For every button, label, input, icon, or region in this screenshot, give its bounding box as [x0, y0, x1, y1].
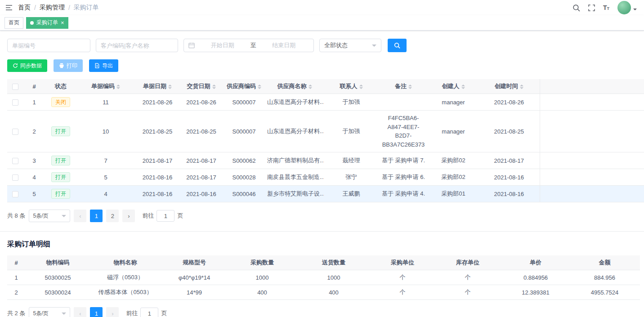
status-badge: 打开 — [51, 172, 70, 182]
cell: 个 — [434, 285, 502, 300]
sort-caret-icon[interactable] — [258, 85, 261, 89]
cell: 12.389381 — [502, 285, 569, 300]
cell-supplier-code: S000028 — [223, 169, 265, 186]
page-size-select[interactable]: 5条/页 — [29, 210, 70, 222]
goto-page-input[interactable] — [157, 210, 174, 222]
row-checkbox[interactable] — [12, 99, 18, 106]
cell-remark — [379, 94, 428, 111]
prev-page-button[interactable]: ‹ — [74, 307, 86, 317]
cell-code: 7 — [76, 152, 135, 169]
search-icon[interactable] — [572, 4, 580, 12]
total-count: 共 8 条 — [7, 212, 25, 220]
status-select-value: 全部状态 — [324, 41, 348, 49]
column-header[interactable]: 单据日期 — [135, 79, 180, 94]
font-size-icon[interactable]: TT — [603, 4, 609, 11]
cell: 1000 — [228, 270, 296, 285]
column-header[interactable]: 联系人 — [324, 79, 379, 94]
next-page-button[interactable]: › — [106, 307, 119, 317]
column-header[interactable]: 单据编码 — [76, 79, 135, 94]
calendar-icon — [188, 42, 195, 49]
column-label: # — [32, 83, 36, 90]
order-row[interactable]: 1关闭112021-08-262021-08-26S000007山东道恩高分子材… — [7, 94, 644, 111]
cell: 50300024 — [25, 285, 90, 300]
cell-remark: 基于 采购申请 6. — [379, 169, 428, 186]
order-row[interactable]: 2打开102021-08-252021-08-25S000007山东道恩高分子材… — [7, 111, 644, 152]
select-all-header[interactable] — [7, 79, 23, 94]
page-unit-label: 页 — [177, 212, 183, 220]
breadcrumb-item-home[interactable]: 首页 — [18, 4, 31, 12]
cell-code: 4 — [76, 186, 135, 202]
cell-delivery-date: 2021-08-26 — [180, 94, 223, 111]
sidebar-toggle-icon[interactable] — [5, 4, 13, 11]
page-button-1[interactable]: 1 — [90, 210, 103, 222]
column-header[interactable]: 创建时间 — [479, 79, 540, 94]
cell-doc-date: 2021-08-17 — [135, 152, 180, 169]
column-header[interactable]: 创建人 — [428, 79, 479, 94]
column-label: 备注 — [395, 83, 407, 89]
select-all-checkbox[interactable] — [12, 84, 18, 90]
detail-row[interactable]: 250300024传感器本体（0503）14*99400400个个12.3893… — [7, 285, 640, 300]
cell-creator: manager — [428, 111, 479, 152]
goto-page-input[interactable] — [140, 308, 158, 317]
cell: 50300025 — [25, 270, 90, 285]
prev-page-button[interactable]: ‹ — [74, 210, 86, 222]
customer-input[interactable] — [96, 39, 178, 52]
row-checkbox[interactable] — [12, 158, 18, 164]
close-icon[interactable]: × — [61, 20, 64, 26]
cell-created: 2021-08-16 — [479, 186, 540, 202]
fullscreen-icon[interactable] — [588, 4, 595, 11]
tab-label: 采购订单 — [36, 19, 58, 27]
export-button[interactable]: 导出 — [89, 59, 118, 72]
cell-code: 10 — [76, 111, 135, 152]
cell-created: 2021-08-17 — [479, 152, 540, 169]
tab-purchase-order[interactable]: 采购订单 × — [26, 17, 68, 29]
sync-data-button[interactable]: 同步数据 — [7, 59, 47, 72]
row-checkbox[interactable] — [12, 191, 18, 197]
sort-caret-icon[interactable] — [168, 85, 172, 89]
app-root: 首页 / 采购管理 / 采购订单 TT — [0, 0, 644, 317]
page-size-select[interactable]: 5条/页 — [29, 307, 70, 317]
detail-row[interactable]: 150300025磁浮（0503）φ40*φ19*1410001000个个0.8… — [7, 270, 640, 285]
order-row[interactable]: 4打开52021-08-162021-08-17S000028南皮县晨李五金制造… — [7, 169, 644, 186]
column-label: 创建人 — [442, 83, 460, 89]
status-select[interactable]: 全部状态 — [319, 39, 381, 52]
sort-caret-icon[interactable] — [520, 85, 523, 89]
tab-home[interactable]: 首页 — [4, 17, 23, 29]
date-range-picker[interactable]: 开始日期 至 结束日期 — [183, 39, 314, 52]
doc-no-input[interactable] — [7, 39, 90, 52]
sort-caret-icon[interactable] — [309, 85, 312, 89]
page-size-value: 5条/页 — [33, 212, 48, 220]
cell-creator: manager — [428, 94, 479, 111]
chevron-down-icon — [633, 9, 637, 12]
print-button[interactable]: 打印 — [54, 59, 83, 72]
sort-caret-icon[interactable] — [359, 85, 363, 89]
column-header[interactable]: 备注 — [379, 79, 428, 94]
printer-icon — [59, 63, 64, 68]
sort-caret-icon[interactable] — [116, 85, 120, 89]
orders-pagination: 共 8 条 5条/页 ‹ 1 2 › 前往 页 — [0, 202, 644, 229]
breadcrumb-item-purchase-order: 采购订单 — [74, 4, 99, 12]
row-checkbox[interactable] — [12, 129, 18, 135]
cell: 0.884956 — [502, 270, 569, 285]
cell: 4955.7524 — [569, 285, 640, 300]
cell: 1000 — [296, 270, 371, 285]
date-start-placeholder: 开始日期 — [197, 41, 248, 49]
breadcrumb-item-purchase-management[interactable]: 采购管理 — [40, 4, 65, 12]
column-header[interactable]: 供应商名称 — [265, 79, 324, 94]
search-button[interactable] — [388, 39, 407, 52]
order-row[interactable]: 3打开72021-08-172021-08-17S000062济南广德塑料制品有… — [7, 152, 644, 169]
column-header[interactable]: 供应商编码 — [223, 79, 265, 94]
row-checkbox[interactable] — [12, 174, 18, 181]
sort-caret-icon[interactable] — [461, 85, 465, 89]
page-button-2[interactable]: 2 — [106, 210, 119, 222]
page-button-1[interactable]: 1 — [90, 307, 103, 317]
user-menu[interactable] — [617, 1, 637, 14]
sort-caret-icon[interactable] — [212, 85, 216, 89]
next-page-button[interactable]: › — [122, 210, 135, 222]
sort-caret-icon[interactable] — [408, 85, 412, 89]
row-index: 3 — [23, 152, 45, 169]
column-header[interactable]: 交货日期 — [180, 79, 223, 94]
avatar[interactable] — [617, 1, 631, 14]
order-row[interactable]: 5打开42021-08-162021-08-16S000046新乡市特艾斯电子设… — [7, 186, 644, 202]
topbar: 首页 / 采购管理 / 采购订单 TT — [0, 0, 644, 15]
